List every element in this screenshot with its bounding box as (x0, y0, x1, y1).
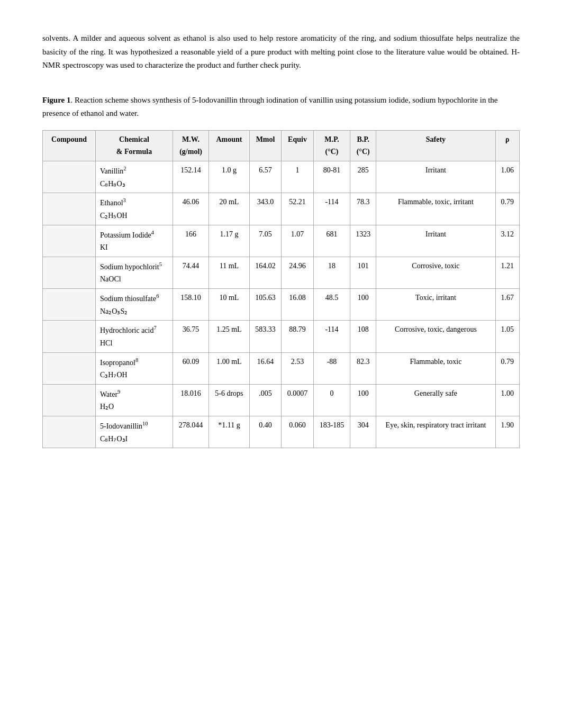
cell-mw: 152.14 (173, 161, 209, 193)
cell-compound (43, 193, 96, 225)
cell-mmol: .005 (249, 384, 282, 416)
cell-mp: -88 (313, 352, 350, 384)
cell-bp: 285 (350, 161, 376, 193)
col-header-compound: Compound (43, 130, 96, 161)
table-row: Sodium hypochlorit5NaOCl74.4411 mL164.02… (43, 257, 520, 288)
cell-mw: 74.44 (173, 257, 209, 288)
figure-label: Figure 1 (42, 96, 70, 104)
cell-bp: 82.3 (350, 352, 376, 384)
cell-mw: 18.016 (173, 384, 209, 416)
cell-mw: 166 (173, 225, 209, 257)
intro-text: solvents. A milder and aqueous solvent a… (42, 32, 520, 72)
cell-mp: 681 (313, 225, 350, 257)
cell-rho: 1.21 (495, 257, 519, 288)
cell-chemical-formula: Water9H₂O (96, 384, 173, 416)
cell-amount: 11 mL (209, 257, 250, 288)
cell-compound (43, 257, 96, 288)
cell-mmol: 0.40 (249, 416, 282, 448)
cell-mp: 0 (313, 384, 350, 416)
col-header-mp: M.P.(°C) (313, 130, 350, 161)
cell-rho: 3.12 (495, 225, 519, 257)
cell-amount: 1.0 g (209, 161, 250, 193)
cell-mp: -114 (313, 321, 350, 352)
cell-equiv: 0.060 (282, 416, 314, 448)
cell-compound (43, 321, 96, 352)
col-header-bp: B.P.(°C) (350, 130, 376, 161)
cell-safety: Flammable, toxic (376, 352, 495, 384)
cell-bp: 100 (350, 289, 376, 321)
cell-compound (43, 161, 96, 193)
cell-equiv: 1 (282, 161, 314, 193)
cell-rho: 0.79 (495, 193, 519, 225)
cell-equiv: 24.96 (282, 257, 314, 288)
cell-rho: 1.05 (495, 321, 519, 352)
cell-amount: 1.00 mL (209, 352, 250, 384)
cell-amount: 10 mL (209, 289, 250, 321)
cell-equiv: 52.21 (282, 193, 314, 225)
cell-equiv: 2.53 (282, 352, 314, 384)
cell-chemical-formula: Vanillin2C₈H₈O₃ (96, 161, 173, 193)
cell-mmol: 105.63 (249, 289, 282, 321)
cell-compound (43, 225, 96, 257)
table-row: Ethanol3C₂H₅OH46.0620 mL343.052.21-11478… (43, 193, 520, 225)
cell-safety: Corrosive, toxic (376, 257, 495, 288)
figure-caption: Figure 1. Reaction scheme shows synthesi… (42, 94, 520, 121)
cell-safety: Generally safe (376, 384, 495, 416)
cell-mp: 48.5 (313, 289, 350, 321)
cell-rho: 1.67 (495, 289, 519, 321)
cell-bp: 108 (350, 321, 376, 352)
cell-chemical-formula: Ethanol3C₂H₅OH (96, 193, 173, 225)
cell-safety: Flammable, toxic, irritant (376, 193, 495, 225)
figure-caption-text: . Reaction scheme shows synthesis of 5-I… (42, 96, 497, 118)
cell-mmol: 583.33 (249, 321, 282, 352)
table-row: Potassium Iodide4KI1661.17 g7.051.076811… (43, 225, 520, 257)
cell-compound (43, 289, 96, 321)
col-header-equiv: Equiv (282, 130, 314, 161)
cell-mw: 36.75 (173, 321, 209, 352)
cell-mw: 46.06 (173, 193, 209, 225)
cell-equiv: 0.0007 (282, 384, 314, 416)
cell-safety: Toxic, irritant (376, 289, 495, 321)
col-header-mmol: Mmol (249, 130, 282, 161)
cell-bp: 78.3 (350, 193, 376, 225)
cell-equiv: 16.08 (282, 289, 314, 321)
cell-chemical-formula: Isopropanol8C₃H₇OH (96, 352, 173, 384)
cell-rho: 1.90 (495, 416, 519, 448)
table-row: Hydrochloric acid7HCl36.751.25 mL583.338… (43, 321, 520, 352)
cell-mmol: 164.02 (249, 257, 282, 288)
cell-mp: -114 (313, 193, 350, 225)
cell-mp: 183-185 (313, 416, 350, 448)
cell-compound (43, 384, 96, 416)
cell-mp: 80-81 (313, 161, 350, 193)
cell-amount: 1.25 mL (209, 321, 250, 352)
cell-mw: 278.044 (173, 416, 209, 448)
cell-amount: 5-6 drops (209, 384, 250, 416)
table-row: Vanillin2C₈H₈O₃152.141.0 g6.57180-81285I… (43, 161, 520, 193)
cell-rho: 1.00 (495, 384, 519, 416)
cell-amount: 20 mL (209, 193, 250, 225)
cell-mw: 60.09 (173, 352, 209, 384)
cell-chemical-formula: Sodium hypochlorit5NaOCl (96, 257, 173, 288)
cell-mp: 18 (313, 257, 350, 288)
col-header-chemical: Chemical& Formula (96, 130, 173, 161)
table-row: 5-Iodovanillin10C₈H₇O₃I278.044*1.11 g0.4… (43, 416, 520, 448)
cell-chemical-formula: Potassium Iodide4KI (96, 225, 173, 257)
cell-mmol: 343.0 (249, 193, 282, 225)
cell-rho: 1.06 (495, 161, 519, 193)
cell-mmol: 7.05 (249, 225, 282, 257)
cell-mmol: 6.57 (249, 161, 282, 193)
cell-amount: 1.17 g (209, 225, 250, 257)
cell-rho: 0.79 (495, 352, 519, 384)
col-header-amount: Amount (209, 130, 250, 161)
intro-paragraph: solvents. A milder and aqueous solvent a… (42, 32, 520, 72)
cell-safety: Irritant (376, 225, 495, 257)
cell-amount: *1.11 g (209, 416, 250, 448)
cell-chemical-formula: Hydrochloric acid7HCl (96, 321, 173, 352)
table-row: Water9H₂O18.0165-6 drops.0050.00070100Ge… (43, 384, 520, 416)
reagents-table: Compound Chemical& Formula M.W.(g/mol) A… (42, 130, 520, 449)
col-header-mw: M.W.(g/mol) (173, 130, 209, 161)
cell-bp: 100 (350, 384, 376, 416)
cell-equiv: 88.79 (282, 321, 314, 352)
cell-chemical-formula: 5-Iodovanillin10C₈H₇O₃I (96, 416, 173, 448)
cell-safety: Corrosive, toxic, dangerous (376, 321, 495, 352)
